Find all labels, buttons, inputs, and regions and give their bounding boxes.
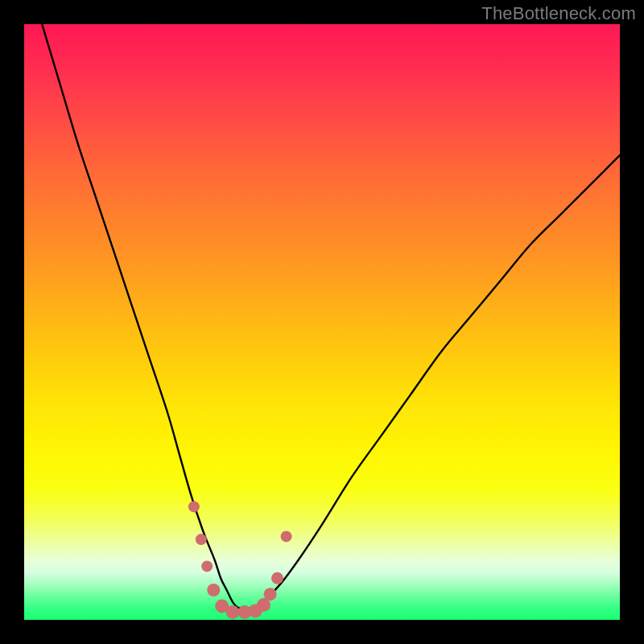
bottleneck-curve	[42, 24, 620, 609]
plot-area	[24, 24, 620, 620]
curve-svg	[24, 24, 620, 620]
data-marker	[207, 584, 220, 597]
data-marker	[201, 560, 213, 572]
data-marker	[196, 534, 207, 545]
data-marker	[281, 530, 292, 542]
data-marker	[188, 501, 200, 512]
data-markers	[188, 501, 292, 619]
chart-frame: TheBottleneck.com	[0, 0, 644, 644]
data-marker	[264, 588, 277, 601]
watermark-text: TheBottleneck.com	[481, 3, 636, 24]
data-marker	[271, 572, 283, 584]
data-marker	[226, 605, 240, 619]
